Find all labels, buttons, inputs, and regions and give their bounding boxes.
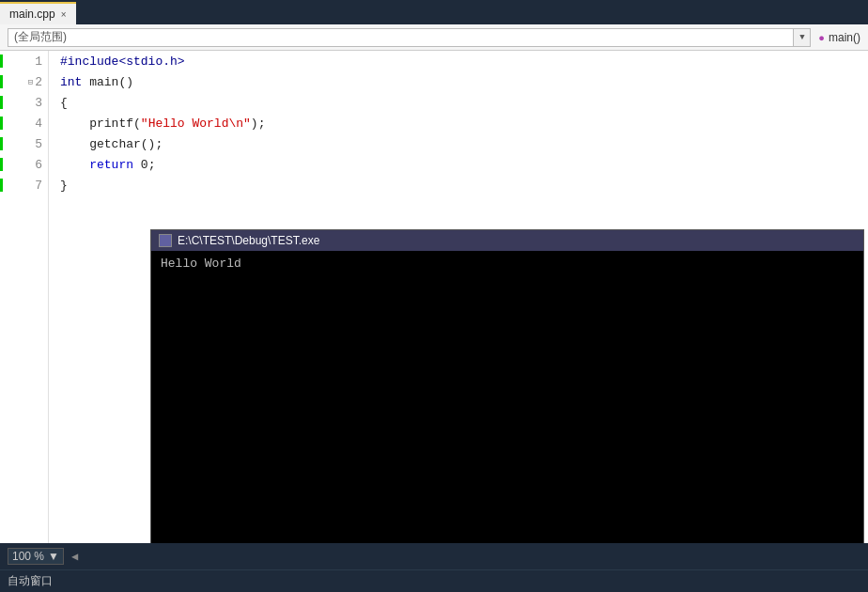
- line-num-1: 1: [0, 51, 48, 71]
- zoom-arrow: ▼: [48, 550, 59, 563]
- code-printf-end: );: [251, 117, 266, 131]
- zoom-dropdown[interactable]: 100 % ▼: [8, 548, 64, 565]
- terminal-output: Hello World: [161, 257, 241, 271]
- code-indent-6: [60, 158, 89, 172]
- scroll-left-arrow[interactable]: ◀: [71, 550, 78, 564]
- line-num-6: 6: [0, 154, 48, 175]
- code-line-7: }: [60, 175, 868, 195]
- bottom-bar: 100 % ▼ ◀: [0, 543, 868, 569]
- editor-container: 1 ⊟ 2 3 4 5 6 7 #include<stdio.h> int ma…: [0, 51, 868, 543]
- line-num-2: ⊟ 2: [0, 71, 48, 92]
- scope-input[interactable]: [8, 28, 794, 47]
- code-string-literal: "Hello World\n": [141, 117, 251, 131]
- line-num-5: 5: [0, 133, 48, 154]
- tab-main-cpp[interactable]: main.cpp ×: [0, 2, 76, 24]
- code-close-brace: }: [60, 179, 68, 193]
- code-area[interactable]: #include<stdio.h> int main() { printf("H…: [49, 51, 868, 543]
- line-num-3: 3: [0, 92, 48, 113]
- status-text: 自动窗口: [8, 573, 53, 589]
- line-num-4: 4: [0, 113, 48, 133]
- scope-dropdown[interactable]: ▼: [794, 28, 811, 47]
- code-return-kw: return: [89, 158, 133, 172]
- code-int: int: [60, 75, 82, 89]
- line-numbers: 1 ⊟ 2 3 4 5 6 7: [0, 51, 49, 543]
- line-num-7: 7: [0, 175, 48, 195]
- code-line-3: {: [60, 92, 868, 113]
- terminal-title: E:\C\TEST\Debug\TEST.exe: [178, 234, 319, 247]
- code-getchar: getchar();: [60, 137, 163, 151]
- tab-bar: main.cpp ×: [0, 0, 868, 24]
- terminal-icon: [159, 234, 172, 247]
- scope-dropdown-arrow: ▼: [799, 33, 804, 42]
- tab-close-button[interactable]: ×: [61, 9, 67, 20]
- code-line-6: return 0;: [60, 154, 868, 175]
- code-main-sig: main(): [82, 75, 133, 89]
- scope-func-name: main(): [829, 31, 860, 44]
- terminal-titlebar: E:\C\TEST\Debug\TEST.exe: [151, 230, 863, 251]
- code-line-1: #include<stdio.h>: [60, 51, 868, 71]
- scope-icon: ●: [818, 32, 825, 43]
- code-printf-call: printf(: [60, 117, 141, 131]
- terminal-body: Hello World: [151, 251, 863, 543]
- code-line-5: getchar();: [60, 133, 868, 154]
- code-line-2: int main(): [60, 71, 868, 92]
- code-include: #include<stdio.h>: [60, 55, 185, 69]
- collapse-icon-2[interactable]: ⊟: [28, 77, 33, 87]
- code-return-val: 0;: [133, 158, 155, 172]
- code-line-4: printf("Hello World\n");: [60, 113, 868, 133]
- code-open-brace: {: [60, 96, 68, 110]
- tab-label: main.cpp: [9, 8, 55, 21]
- scope-right: ● main(): [818, 31, 860, 44]
- terminal-window: E:\C\TEST\Debug\TEST.exe Hello World: [150, 229, 864, 543]
- scope-bar: ▼ ● main(): [0, 24, 868, 51]
- status-bar: 自动窗口: [0, 569, 868, 592]
- zoom-value: 100 %: [12, 550, 44, 563]
